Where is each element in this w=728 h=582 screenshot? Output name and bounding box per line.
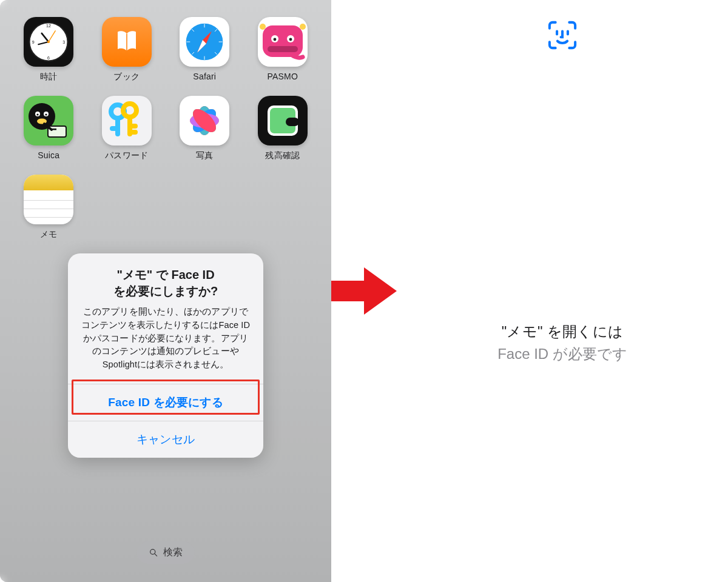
svg-text:12: 12 — [46, 24, 51, 28]
require-face-id-button[interactable]: Face ID を必要にする — [68, 384, 263, 421]
app-label: Suica — [38, 150, 59, 160]
app-books[interactable]: ブック — [95, 17, 159, 82]
cancel-button[interactable]: キャンセル — [68, 421, 263, 458]
passwords-icon — [102, 96, 152, 146]
face-id-message: "メモ" を開くには Face ID が必要です — [497, 320, 627, 365]
svg-point-25 — [289, 38, 292, 41]
dialog-title: "メモ" で Face ID を必要にしますか? — [68, 253, 263, 302]
face-id-dialog: "メモ" で Face ID を必要にしますか? このアプリを開いたり、ほかのア… — [68, 253, 263, 458]
svg-marker-52 — [331, 267, 397, 315]
books-icon — [102, 17, 152, 67]
app-label: 写真 — [196, 150, 213, 161]
dialog-body: このアプリを開いたり、ほかのアプリでコンテンツを表示したりするにはFace ID… — [68, 302, 263, 384]
svg-text:6: 6 — [47, 56, 50, 60]
svg-point-28 — [300, 24, 306, 30]
svg-point-24 — [273, 38, 276, 41]
app-photos[interactable]: 写真 — [173, 96, 237, 161]
svg-line-51 — [155, 554, 157, 556]
svg-point-33 — [46, 113, 47, 115]
app-balance[interactable]: 残高確認 — [251, 96, 315, 161]
app-label: 残高確認 — [265, 150, 300, 161]
pasmo-icon — [258, 17, 308, 67]
app-icon-grid: 123 69 時計 ブック — [0, 0, 331, 240]
face-id-required-screen: "メモ" を開くには Face ID が必要です — [397, 0, 728, 582]
photos-icon — [180, 96, 229, 146]
home-search-pill[interactable]: 検索 — [137, 541, 195, 564]
app-clock[interactable]: 123 69 時計 — [17, 17, 81, 82]
app-label: PASMO — [267, 72, 298, 81]
notes-icon — [24, 175, 73, 224]
message-line1: "メモ" を開くには — [497, 320, 627, 343]
app-pasmo[interactable]: PASMO — [251, 17, 315, 82]
app-label: メモ — [40, 229, 57, 240]
svg-rect-21 — [263, 25, 303, 57]
app-passwords[interactable]: パスワード — [95, 96, 159, 161]
app-safari[interactable]: Safari — [173, 17, 237, 82]
app-label: 時計 — [40, 72, 57, 82]
suica-icon — [24, 96, 73, 146]
app-suica[interactable]: Suica — [17, 96, 81, 161]
search-label: 検索 — [163, 546, 183, 559]
svg-rect-49 — [286, 118, 299, 126]
screenshot-pair: 123 69 時計 ブック — [0, 0, 728, 582]
svg-text:3: 3 — [62, 40, 65, 44]
face-id-icon — [547, 19, 578, 53]
clock-icon: 123 69 — [24, 17, 73, 67]
search-icon — [149, 548, 158, 557]
arrow-right-icon — [331, 265, 397, 317]
message-line2: Face ID が必要です — [497, 343, 627, 365]
app-label: ブック — [113, 72, 140, 82]
safari-icon — [180, 17, 229, 67]
arrow-pane — [331, 0, 397, 582]
svg-text:9: 9 — [32, 40, 35, 44]
svg-point-8 — [47, 41, 50, 43]
svg-rect-26 — [268, 46, 298, 52]
home-screen-blurred: 123 69 時計 ブック — [0, 0, 331, 582]
balance-icon — [258, 96, 308, 146]
svg-point-32 — [37, 113, 39, 115]
app-label: パスワード — [105, 150, 148, 161]
app-label: Safari — [193, 72, 216, 81]
app-notes[interactable]: メモ — [17, 175, 81, 240]
svg-point-27 — [260, 24, 266, 30]
